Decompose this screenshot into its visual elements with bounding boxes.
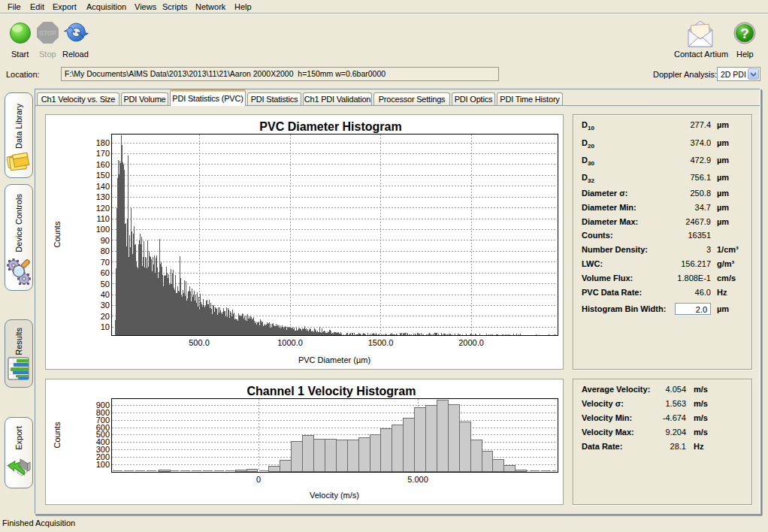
svg-text:150: 150 [96,171,110,180]
svg-text:900: 900 [96,401,110,410]
svg-text:90: 90 [101,236,110,245]
svg-text:5.000: 5.000 [407,475,428,484]
svg-text:120: 120 [96,204,110,213]
svg-text:Velocity (m/s): Velocity (m/s) [310,491,359,500]
svg-text:80: 80 [101,246,110,255]
svg-text:1500.0: 1500.0 [368,338,394,347]
svg-text:Channel 1 Velocity Histogram: Channel 1 Velocity Histogram [247,385,416,397]
svg-text:Counts: Counts [53,422,62,448]
svg-text:160: 160 [96,160,110,169]
svg-text:170: 170 [96,149,110,158]
svg-text:50: 50 [101,280,110,289]
svg-text:PVC Diameter Histogram: PVC Diameter Histogram [259,120,401,133]
svg-text:500.0: 500.0 [189,338,210,347]
svg-text:1000.0: 1000.0 [277,338,303,347]
svg-text:40: 40 [101,290,110,299]
svg-text:70: 70 [101,258,110,267]
svg-text:30: 30 [101,301,110,310]
svg-text:140: 140 [96,182,110,191]
svg-text:130: 130 [96,192,110,201]
svg-text:Counts: Counts [53,221,62,247]
svg-text:180: 180 [96,138,110,147]
svg-text:10: 10 [101,322,110,331]
svg-text:60: 60 [101,268,110,277]
svg-text:20: 20 [101,312,110,321]
svg-text:100: 100 [96,225,110,234]
svg-text:PVC Diameter (µm): PVC Diameter (µm) [298,355,370,364]
svg-text:0: 0 [256,475,261,484]
svg-text:2000.0: 2000.0 [458,338,484,347]
svg-text:110: 110 [96,214,110,223]
